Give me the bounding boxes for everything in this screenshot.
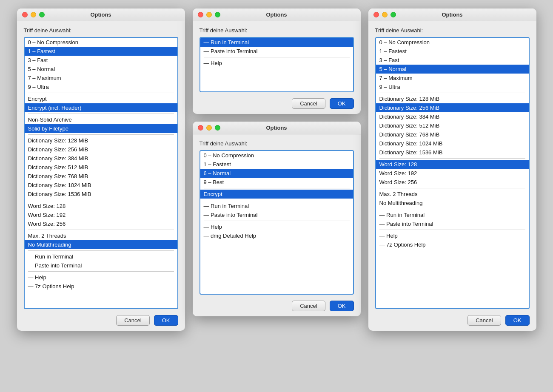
list-item[interactable]: — Help [25, 273, 177, 282]
list-item[interactable]: Word Size: 256 [25, 219, 177, 228]
list-item[interactable]: 9 – Ultra [25, 82, 177, 91]
list-item[interactable]: 3 – Fast [25, 56, 177, 65]
list-item[interactable]: No Multithreading [376, 199, 529, 207]
list-item[interactable]: Dictionary Size: 128 MiB [25, 136, 177, 145]
list-item[interactable]: 9 – Best [200, 178, 353, 187]
list-item[interactable]: — Paste into Terminal [25, 261, 177, 270]
list-item[interactable]: — Help [200, 59, 353, 68]
cancel-button-right[interactable]: Cancel [467, 315, 501, 326]
ok-button-right[interactable]: OK [505, 315, 530, 326]
list-item[interactable]: Dictionary Size: 384 MiB [25, 154, 177, 163]
list-item[interactable]: 0 – No Compression [25, 38, 177, 47]
list-separator [379, 188, 525, 188]
list-item[interactable]: Dictionary Size: 256 MiB [25, 145, 177, 154]
minimize-button-right[interactable] [382, 12, 388, 17]
list-item[interactable]: 3 – Fast [376, 56, 529, 65]
list-item[interactable]: Dictionary Size: 768 MiB [25, 172, 177, 181]
list-item[interactable]: — Run in Terminal [200, 202, 353, 210]
close-button-mt[interactable] [198, 12, 203, 17]
list-item[interactable]: — 7z Options Help [376, 240, 529, 249]
maximize-button-mb[interactable] [215, 125, 220, 131]
list-item[interactable]: 7 – Maximum [376, 74, 529, 82]
list-item[interactable]: Dictionary Size: 768 MiB [376, 130, 529, 139]
close-button-right[interactable] [373, 12, 379, 17]
list-item[interactable]: Word Size: 128 [25, 202, 177, 210]
list-box-right[interactable]: 0 – No Compression1 – Fastest3 – Fast5 –… [375, 37, 530, 309]
list-item[interactable]: 0 – No Compression [376, 38, 529, 47]
list-item[interactable]: Max. 2 Threads [376, 190, 529, 199]
list-item[interactable]: Dictionary Size: 512 MiB [376, 121, 529, 130]
list-item[interactable]: Word Size: 256 [376, 178, 529, 187]
maximize-button-left[interactable] [39, 12, 45, 17]
close-button-left[interactable] [22, 12, 28, 17]
list-item[interactable]: 6 – Normal [200, 169, 353, 178]
list-item[interactable]: — 7z Options Help [25, 282, 177, 291]
ok-button-left[interactable]: OK [154, 315, 178, 326]
list-item[interactable]: Dictionary Size: 1536 MiB [376, 148, 529, 157]
list-item[interactable]: Word Size: 192 [376, 169, 529, 178]
list-item[interactable]: Dictionary Size: 256 MiB [376, 103, 529, 112]
list-separator [28, 271, 174, 272]
list-item[interactable]: 7 – Maximum [25, 74, 177, 82]
ok-button-mb[interactable]: OK [330, 301, 354, 311]
maximize-button-mt[interactable] [215, 12, 220, 17]
list-item[interactable]: Non-Solid Archive [25, 115, 177, 124]
list-item[interactable]: 1 – Fastest [200, 160, 353, 169]
cancel-button-mb[interactable]: Cancel [292, 301, 325, 311]
list-item[interactable]: — Paste into Terminal [200, 47, 353, 56]
list-item[interactable]: — Help [200, 222, 353, 231]
list-box-mb[interactable]: 0 – No Compression1 – Fastest6 – Normal9… [200, 150, 354, 295]
list-box-mt[interactable]: — Run in Terminal— Paste into Terminal— … [200, 37, 354, 92]
ok-button-mt[interactable]: OK [330, 98, 354, 109]
prompt-label-right: Triff deine Auswahl: [375, 27, 530, 34]
list-item[interactable]: 0 – No Compression [200, 151, 353, 160]
minimize-button-left[interactable] [31, 12, 36, 17]
list-separator [204, 200, 350, 200]
window-body-mt: Triff deine Auswahl: — Run in Terminal— … [193, 21, 361, 114]
traffic-lights-right [373, 12, 396, 17]
list-item[interactable]: — Run in Terminal [376, 210, 529, 219]
window-title-left: Options [90, 11, 111, 18]
list-separator [28, 200, 174, 200]
list-item[interactable]: 9 – Ultra [376, 82, 529, 91]
prompt-label-mt: Triff deine Auswahl: [200, 27, 354, 34]
list-item[interactable]: — Paste into Terminal [200, 210, 353, 219]
list-item[interactable]: Dictionary Size: 512 MiB [25, 163, 177, 172]
list-item[interactable]: Dictionary Size: 1024 MiB [25, 181, 177, 190]
list-box-left[interactable]: 0 – No Compression1 – Fastest3 – Fast5 –… [24, 37, 178, 309]
list-item[interactable]: 5 – Normal [25, 65, 177, 74]
list-item[interactable]: 5 – Normal [376, 65, 529, 74]
list-item[interactable]: — Run in Terminal [25, 252, 177, 261]
window-left: Options Triff deine Auswahl: 0 – No Comp… [17, 9, 185, 331]
list-item[interactable]: Word Size: 128 [376, 160, 529, 169]
list-separator [28, 114, 174, 114]
list-item[interactable]: No Multithreading [25, 240, 177, 249]
list-separator [28, 93, 174, 93]
cancel-button-mt[interactable]: Cancel [292, 98, 325, 109]
list-item[interactable]: Encrypt [200, 190, 353, 199]
window-right: Options Triff deine Auswahl: 0 – No Comp… [368, 9, 536, 331]
list-item[interactable]: Dictionary Size: 128 MiB [376, 94, 529, 103]
minimize-button-mt[interactable] [206, 12, 212, 17]
list-item[interactable]: Max. 2 Threads [25, 231, 177, 240]
minimize-button-mb[interactable] [206, 125, 212, 131]
maximize-button-right[interactable] [391, 12, 396, 17]
list-item[interactable]: Dictionary Size: 1024 MiB [376, 139, 529, 148]
list-item[interactable]: Solid by Filetype [25, 124, 177, 133]
window-body-right: Triff deine Auswahl: 0 – No Compression1… [368, 21, 536, 331]
list-item[interactable]: Dictionary Size: 384 MiB [376, 112, 529, 121]
list-item[interactable]: Encrypt [25, 94, 177, 103]
list-item[interactable]: 1 – Fastest [376, 47, 529, 56]
list-separator [28, 250, 174, 251]
close-button-mb[interactable] [198, 125, 203, 131]
list-item[interactable]: — Help [376, 231, 529, 240]
list-item[interactable]: — dmg Detailed Help [200, 231, 353, 240]
list-item[interactable]: — Paste into Terminal [376, 219, 529, 228]
button-row-right: Cancel OK [375, 314, 530, 326]
list-item[interactable]: Encrypt (incl. Header) [25, 103, 177, 112]
cancel-button-left[interactable]: Cancel [116, 315, 149, 326]
list-item[interactable]: 1 – Fastest [25, 47, 177, 56]
list-item[interactable]: Dictionary Size: 1536 MiB [25, 190, 177, 199]
list-item[interactable]: — Run in Terminal [200, 38, 353, 47]
list-item[interactable]: Word Size: 192 [25, 210, 177, 219]
